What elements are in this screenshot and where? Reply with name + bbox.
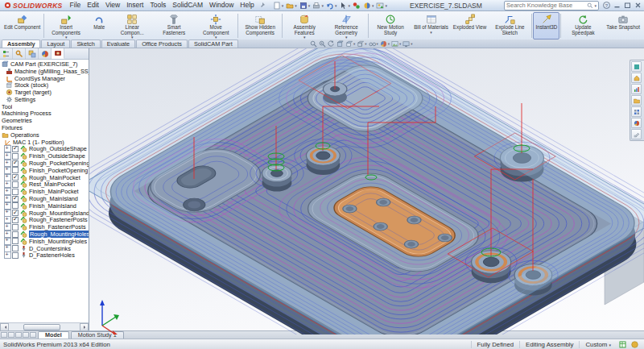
operation-checkbox[interactable] xyxy=(12,146,19,152)
new-document-button[interactable]: ▾ xyxy=(272,2,285,10)
exploded-view-button[interactable]: Exploded View xyxy=(451,12,489,39)
search-icon[interactable] xyxy=(587,2,593,9)
tree-item-target[interactable]: Target (target) xyxy=(0,89,89,96)
tree-op-row[interactable]: Finish_FastenerPosts xyxy=(0,223,89,231)
tab-evaluate[interactable]: Evaluate xyxy=(101,39,135,48)
update-speedpak-button[interactable]: Update Speedpak xyxy=(562,12,604,39)
undo-button[interactable]: ▾ xyxy=(325,2,338,10)
tree-op-row[interactable]: Finish_MountingHoles xyxy=(0,238,89,245)
save-button[interactable]: ▾ xyxy=(299,2,312,10)
tree-op-row[interactable]: Rough_PocketOpening xyxy=(0,160,89,167)
operation-checkbox[interactable] xyxy=(12,238,19,244)
scroll-left-button[interactable] xyxy=(0,323,9,331)
operation-checkbox[interactable] xyxy=(12,217,19,223)
minimize-icon[interactable] xyxy=(613,2,621,9)
tab-configuration-manager[interactable] xyxy=(26,48,39,59)
tree-item-coordsys[interactable]: CoordSys Manager xyxy=(0,75,89,82)
search-pane-button[interactable] xyxy=(631,95,642,106)
custom-properties-button[interactable] xyxy=(631,129,642,139)
rebuild-button[interactable] xyxy=(352,2,361,10)
display-style-button[interactable]: ▾ xyxy=(357,40,366,48)
menu-insert[interactable]: Insert xyxy=(123,0,147,10)
pane-split-button[interactable] xyxy=(15,332,22,338)
search-scope-caret[interactable]: ▾ xyxy=(594,3,597,8)
tree-section-fixtures[interactable]: Fixtures xyxy=(0,124,89,131)
pane-split-button[interactable] xyxy=(1,332,7,338)
insert-components-button[interactable]: Insert Components ▾ xyxy=(45,12,87,39)
operation-checkbox[interactable] xyxy=(12,196,19,202)
search-input[interactable] xyxy=(506,2,587,9)
edit-appearance-button[interactable]: ▾ xyxy=(380,40,390,48)
smart-fasteners-button[interactable]: Smart Fasteners xyxy=(153,12,195,39)
appearance-button[interactable]: ▾ xyxy=(362,2,375,10)
quick-tips-icon[interactable] xyxy=(631,341,638,348)
menu-view[interactable]: View xyxy=(102,0,123,10)
view-palette-button[interactable] xyxy=(631,106,642,117)
tab-solidcam-manager[interactable] xyxy=(52,48,64,59)
tree-op-row[interactable]: Rough_FastenerPosts xyxy=(0,217,89,224)
tree-section-geometries[interactable]: Geometries xyxy=(0,117,89,124)
open-button[interactable]: ▾ xyxy=(285,2,298,10)
tab-display-manager[interactable] xyxy=(39,48,52,59)
operation-checkbox[interactable] xyxy=(12,174,19,181)
tab-office-products[interactable]: Office Products xyxy=(136,39,188,48)
pane-split-button[interactable] xyxy=(23,332,29,338)
menu-window[interactable]: Window xyxy=(206,0,237,10)
design-library-button[interactable] xyxy=(631,73,642,83)
file-explorer-button[interactable] xyxy=(631,84,642,94)
tree-op-row[interactable]: D_FastenerHoles xyxy=(0,252,89,260)
apply-scene-button[interactable]: ▾ xyxy=(391,40,401,48)
section-view-button[interactable] xyxy=(336,40,344,48)
restore-icon[interactable] xyxy=(624,2,631,9)
tree-op-row[interactable]: Rough_OutsideShape xyxy=(0,146,89,153)
reference-geometry-button[interactable]: Reference Geometry ▾ xyxy=(325,12,367,39)
tree-operations-header[interactable]: Operations xyxy=(0,131,89,139)
close-icon[interactable] xyxy=(634,2,642,9)
graphics-area[interactable] xyxy=(89,48,644,330)
help-icon[interactable]: ? xyxy=(603,2,610,9)
tab-solidcam-part[interactable]: SolidCAM Part xyxy=(188,39,238,48)
appearances-scenes-button[interactable] xyxy=(631,118,642,128)
tree-item-machine[interactable]: Machine (gMilling_Haas_SS_3x) xyxy=(0,68,89,75)
move-component-button[interactable]: Move Component ▾ xyxy=(195,12,237,39)
tab-feature-manager[interactable] xyxy=(0,48,13,59)
tree-op-row[interactable]: Rough_MainIsland xyxy=(0,195,89,202)
select-button[interactable]: ▾ xyxy=(338,2,351,10)
menu-tools[interactable]: Tools xyxy=(147,0,169,10)
mate-button[interactable]: Mate xyxy=(87,12,111,39)
menu-help[interactable]: Help xyxy=(237,0,257,10)
menu-solidcam[interactable]: SolidCAM xyxy=(169,0,206,10)
view-orientation-button[interactable]: ▾ xyxy=(345,40,355,48)
tab-layout[interactable]: Layout xyxy=(41,39,70,48)
new-motion-study-button[interactable]: New Motion Study xyxy=(369,12,411,39)
print-button[interactable]: ▾ xyxy=(312,2,324,10)
tree-item-settings[interactable]: Settings xyxy=(0,96,89,103)
scroll-thumb[interactable] xyxy=(23,324,60,330)
tab-assembly[interactable]: Assembly xyxy=(2,39,40,48)
view-settings-button[interactable]: ▾ xyxy=(402,40,412,48)
operation-checkbox[interactable] xyxy=(12,181,19,188)
operation-checkbox[interactable] xyxy=(12,231,19,238)
scroll-right-button[interactable] xyxy=(80,323,89,331)
status-units-dropdown[interactable]: Custom ▾ xyxy=(579,341,617,348)
edit-component-button[interactable]: Edit Component xyxy=(2,12,43,39)
menu-file[interactable]: File xyxy=(67,0,85,10)
model-viewport[interactable] xyxy=(89,48,644,334)
operation-checkbox[interactable] xyxy=(12,245,19,251)
operation-checkbox[interactable] xyxy=(12,160,19,167)
tags-icon[interactable] xyxy=(619,341,626,348)
operation-checkbox[interactable] xyxy=(12,224,19,231)
tab-property-manager[interactable] xyxy=(13,48,26,59)
assembly-features-button[interactable]: Assembly Features ▾ xyxy=(283,12,325,39)
menu-edit[interactable]: Edit xyxy=(84,0,102,10)
panel-horizontal-scrollbar[interactable] xyxy=(0,322,89,330)
hide-show-items-button[interactable]: ▾ xyxy=(369,40,378,48)
tree-item-stock[interactable]: Stock (stock) xyxy=(0,81,89,89)
show-hidden-components-button[interactable]: Show Hidden Components xyxy=(239,12,281,39)
expander-icon[interactable] xyxy=(4,251,11,259)
previous-view-button[interactable] xyxy=(328,40,335,48)
bill-of-materials-button[interactable]: Bill of Materials ▾ xyxy=(411,12,451,39)
tree-op-row[interactable]: Rest_MainPocket xyxy=(0,181,89,189)
explode-line-sketch-button[interactable]: Explode Line Sketch xyxy=(489,12,530,39)
solidworks-resources-button[interactable] xyxy=(631,61,642,72)
